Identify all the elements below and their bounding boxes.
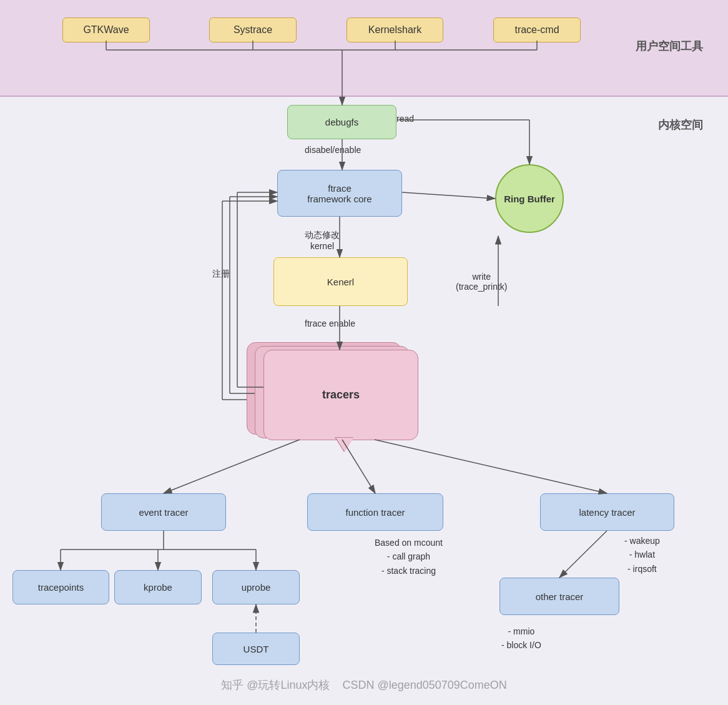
other-tracer-box: other tracer <box>499 578 619 615</box>
debugfs-box: debugfs <box>287 105 396 139</box>
kenerl-box: Kenerl <box>273 257 408 306</box>
ftrace-box: ftrace framework core <box>277 170 402 217</box>
svg-line-11 <box>402 192 495 199</box>
register-label: 注册 <box>212 269 230 280</box>
mmio-label: - mmio - block I/O <box>501 624 541 653</box>
ring-buffer: Ring Buffer <box>495 164 564 233</box>
uprobe-box: uprobe <box>212 570 300 604</box>
tool-kernelshark: Kernelshark <box>347 17 443 42</box>
tracers-box: tracers <box>263 350 418 440</box>
svg-line-26 <box>164 440 300 493</box>
watermark: 知乎 @玩转Linux内核 CSDN @legend050709ComeON <box>221 678 507 693</box>
read-label: read <box>396 114 414 124</box>
tool-trace-cmd: trace-cmd <box>493 17 581 42</box>
latency-tracer-box: latency tracer <box>540 493 674 531</box>
usdt-box: USDT <box>212 633 300 665</box>
tool-gtkwave: GTKWave <box>62 17 150 42</box>
disable-enable-label: disabel/enable <box>305 145 361 155</box>
ftrace-enable-label: ftrace enable <box>305 318 355 328</box>
user-space-section <box>0 0 728 97</box>
svg-line-35 <box>559 531 607 578</box>
user-space-label: 用户空间工具 <box>636 39 703 54</box>
svg-line-28 <box>375 440 607 493</box>
tracepoints-box: tracepoints <box>12 570 109 604</box>
wakeup-label: - wakeup - hwlat - irqsoft <box>624 534 660 576</box>
tracer-bubble-tip-fill <box>336 438 353 451</box>
kernel-space-label: 内核空间 <box>658 117 703 132</box>
kprobe-box: kprobe <box>114 570 202 604</box>
event-tracer-box: event tracer <box>101 493 226 531</box>
dynamic-modify-label: 动态修改 kernel <box>305 230 340 251</box>
function-tracer-box: function tracer <box>307 493 443 531</box>
write-label: write (trace_printk) <box>456 272 507 292</box>
tool-systrace: Systrace <box>209 17 297 42</box>
based-on-mcount-label: Based on mcount - call graph - stack tra… <box>375 536 443 578</box>
